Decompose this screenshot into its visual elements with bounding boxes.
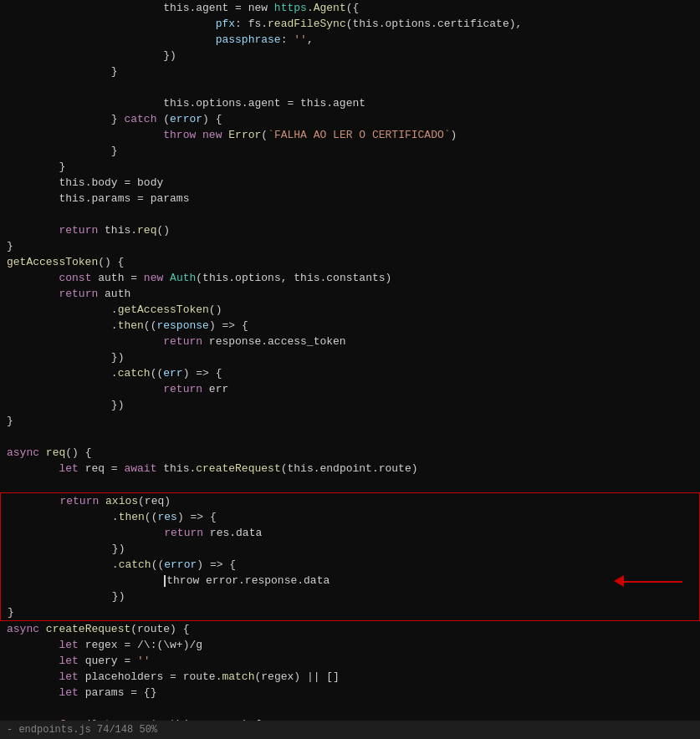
code-line: passphrase: '', — [0, 32, 700, 48]
code-line: .catch((err) => { — [0, 365, 700, 381]
code-line: pfx: fs.readFileSync(this.options.certif… — [0, 16, 700, 32]
code-line: return err — [0, 381, 700, 397]
code-content: this.agent = new https.Agent({ pfx: fs.r… — [0, 0, 700, 739]
code-editor: this.agent = new https.Agent({ pfx: fs.r… — [0, 0, 700, 739]
code-line: let req = await this.createRequest(this.… — [0, 461, 700, 477]
code-line: .catch((error) => { — [1, 557, 699, 573]
code-line: getAccessToken() { — [0, 254, 700, 270]
code-line: const auth = new Auth(this.options, this… — [0, 270, 700, 286]
code-line — [0, 79, 700, 95]
code-line: this.body = body — [0, 175, 700, 191]
code-line: return res.data — [1, 525, 699, 541]
status-text: - endpoints.js 74/148 50% — [7, 724, 157, 736]
code-line: .then((res) => { — [1, 509, 699, 525]
code-line: } — [0, 413, 700, 429]
code-line: let regex = /\:(\w+)/g — [0, 637, 700, 653]
code-line: let placeholders = route.match(regex) ||… — [0, 669, 700, 685]
highlighted-code-block: return axios(req) .then((res) => { retur… — [0, 492, 700, 621]
code-line: } — [0, 159, 700, 175]
code-line: } catch (error) { — [0, 111, 700, 127]
code-line: }) — [1, 541, 699, 557]
code-line: throw error.response.data — [1, 573, 699, 589]
code-line: }) — [0, 349, 700, 365]
code-line: } — [0, 143, 700, 159]
code-line — [0, 701, 700, 716]
code-line: } — [0, 64, 700, 79]
code-line: .getAccessToken() — [0, 302, 700, 318]
code-line: async req() { — [0, 445, 700, 461]
code-line: }) — [0, 397, 700, 413]
code-line: }) — [0, 48, 700, 64]
code-line: } — [0, 238, 700, 254]
code-line: return response.access_token — [0, 334, 700, 349]
code-line: return axios(req) — [1, 493, 699, 509]
code-line: throw new Error(`FALHA AO LER O CERTIFIC… — [0, 127, 700, 143]
text-cursor — [164, 575, 166, 587]
code-line — [0, 429, 700, 445]
code-line: async createRequest(route) { — [0, 621, 700, 637]
code-line: }) — [1, 589, 699, 604]
code-line: this.params = params — [0, 191, 700, 206]
code-line — [0, 206, 700, 222]
code-line: return this.req() — [0, 222, 700, 238]
status-bar: - endpoints.js 74/148 50% — [0, 721, 700, 739]
code-line: this.agent = new https.Agent({ — [0, 0, 700, 16]
code-line — [0, 477, 700, 492]
code-line: let query = '' — [0, 653, 700, 669]
code-line: .then((response) => { — [0, 318, 700, 334]
code-line: this.options.agent = this.agent — [0, 95, 700, 111]
code-line: } — [1, 604, 699, 620]
code-line: let params = {} — [0, 685, 700, 701]
code-line: return auth — [0, 286, 700, 302]
